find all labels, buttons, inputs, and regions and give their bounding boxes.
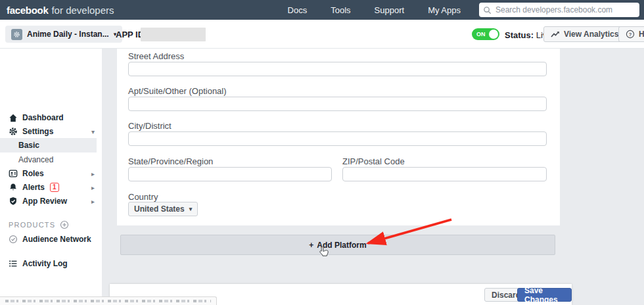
analytics-trend-icon xyxy=(551,31,560,38)
city-district-input[interactable] xyxy=(128,131,547,146)
sidebar-item-label: Advanced xyxy=(18,155,53,164)
alerts-count-badge: 1 xyxy=(50,183,59,192)
sidebar-item-label: Settings xyxy=(22,127,53,136)
app-avatar-icon xyxy=(11,29,22,40)
sidebar-item-app-review[interactable]: App Review ▸ xyxy=(0,194,102,208)
country-label: Country xyxy=(128,192,158,202)
sidebar-item-activity-log[interactable]: Activity Log xyxy=(0,256,102,271)
sidebar-item-label: Audience Network xyxy=(22,235,91,244)
status-label: Status: xyxy=(505,30,534,40)
app-selector-dropdown[interactable]: Anime Daily - Instan... ▾ xyxy=(5,26,122,43)
svg-text:?: ? xyxy=(629,32,632,37)
sidebar: Dashboard Settings ▾ Basic Advanced xyxy=(0,49,102,305)
sidebar-item-alerts[interactable]: Alerts 1 ▸ xyxy=(0,180,102,195)
top-navbar: facebookfor developers Docs Tools Suppor… xyxy=(0,0,644,20)
country-dropdown[interactable]: United States ▾ xyxy=(128,202,198,216)
chevron-right-icon: ▸ xyxy=(91,184,95,191)
save-changes-label: Save Changes xyxy=(524,286,564,304)
sidebar-item-label: Dashboard xyxy=(22,113,64,122)
navbar-links: Docs Tools Support My Apps xyxy=(276,5,472,15)
chevron-right-icon: ▸ xyxy=(91,170,95,177)
state-province-label: State/Province/Region xyxy=(128,156,213,166)
toggle-on-label: ON xyxy=(476,31,486,37)
logo-for-developers-text: for developers xyxy=(51,5,114,16)
sidebar-item-label: Activity Log xyxy=(22,259,68,268)
products-section-header: PRODUCTS xyxy=(9,220,69,229)
products-header-label: PRODUCTS xyxy=(9,221,55,229)
app-subheader: Anime Daily - Instan... ▾ APP ID: ON Sta… xyxy=(0,20,644,49)
plus-icon: + xyxy=(309,241,313,250)
view-analytics-label: View Analytics xyxy=(564,30,618,39)
apt-suite-input[interactable] xyxy=(128,97,547,111)
nav-link-docs[interactable]: Docs xyxy=(276,5,319,15)
help-button[interactable]: ? He xyxy=(618,26,644,42)
toggle-knob xyxy=(489,30,498,39)
sidebar-item-label: App Review xyxy=(22,197,67,206)
bell-icon xyxy=(8,183,18,192)
question-circle-icon: ? xyxy=(626,30,635,39)
add-platform-label: Add Platform xyxy=(317,241,366,250)
sidebar-item-basic[interactable]: Basic xyxy=(0,138,97,152)
shield-check-icon xyxy=(8,197,18,206)
logo-facebook-text: facebook xyxy=(7,5,48,16)
add-platform-button[interactable]: + Add Platform xyxy=(120,235,555,255)
save-changes-button[interactable]: Save Changes xyxy=(517,288,572,302)
street-address-input[interactable] xyxy=(128,62,547,76)
nav-link-my-apps[interactable]: My Apps xyxy=(416,5,472,15)
street-address-label: Street Address xyxy=(128,51,184,61)
apt-suite-label: Apt/Suite/Other (Optional) xyxy=(128,86,227,96)
nav-link-support[interactable]: Support xyxy=(363,5,417,15)
zip-postal-label: ZIP/Postal Code xyxy=(342,156,405,166)
chevron-down-icon: ▾ xyxy=(91,128,95,135)
sidebar-item-dashboard[interactable]: Dashboard xyxy=(0,110,102,125)
sidebar-item-label: Alerts xyxy=(22,183,45,192)
plus-circle-icon[interactable] xyxy=(60,220,69,229)
app-selector-name: Anime Daily - Instan... xyxy=(27,30,109,39)
zip-postal-input[interactable] xyxy=(342,167,547,181)
check-circle-icon xyxy=(8,235,18,244)
sidebar-item-label: Basic xyxy=(18,141,39,150)
sidebar-item-roles[interactable]: Roles ▸ xyxy=(0,166,102,181)
search-icon xyxy=(483,6,492,14)
state-province-input[interactable] xyxy=(128,167,332,181)
sidebar-item-settings[interactable]: Settings ▾ xyxy=(0,124,102,139)
chevron-down-icon: ▾ xyxy=(189,206,193,212)
sidebar-item-label: Roles xyxy=(22,169,44,178)
navbar-search-box[interactable] xyxy=(479,3,639,17)
list-icon xyxy=(8,259,18,268)
help-label: He xyxy=(639,30,644,39)
sidebar-item-audience-network[interactable]: Audience Network xyxy=(0,232,102,246)
blurred-url-text xyxy=(5,300,211,302)
basic-settings-form-card: Street Address Apt/Suite/Other (Optional… xyxy=(117,49,560,225)
nav-link-tools[interactable]: Tools xyxy=(319,5,362,15)
view-analytics-button[interactable]: View Analytics xyxy=(543,26,626,42)
roles-card-icon xyxy=(8,169,18,178)
chevron-right-icon: ▸ xyxy=(91,198,95,205)
city-district-label: City/District xyxy=(128,121,172,131)
status-tooltip xyxy=(0,296,217,305)
home-icon xyxy=(8,114,18,122)
discard-label: Discard xyxy=(492,291,520,300)
sidebar-item-advanced[interactable]: Advanced xyxy=(0,152,97,167)
app-live-toggle[interactable]: ON xyxy=(472,28,499,40)
app-id-redacted-value xyxy=(141,28,206,41)
facebook-developers-logo[interactable]: facebookfor developers xyxy=(7,5,114,16)
search-input[interactable] xyxy=(495,5,635,14)
gear-icon xyxy=(8,127,18,136)
country-value: United States xyxy=(134,204,185,214)
facebook-developers-app-settings-page: facebookfor developers Docs Tools Suppor… xyxy=(0,0,644,305)
